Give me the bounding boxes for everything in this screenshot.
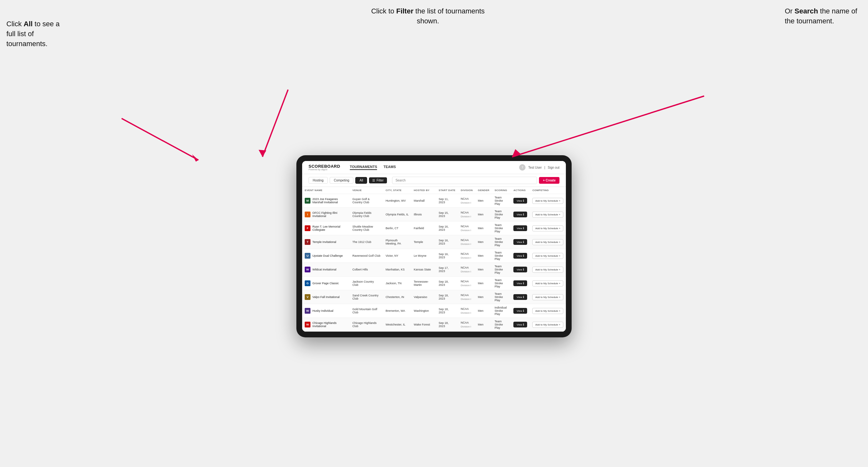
city-state: Westchester, IL xyxy=(383,318,411,332)
nav-user: T Test User | Sign out xyxy=(519,164,559,170)
scoring: TeamStroke Play xyxy=(492,318,511,332)
competing: Add to My Schedule + xyxy=(530,208,566,221)
col-competing: COMPETING xyxy=(530,187,566,194)
view-icon: ℹ xyxy=(523,309,524,312)
add-schedule-button[interactable]: Add to My Schedule + xyxy=(532,239,563,245)
actions: View ℹ xyxy=(511,208,530,221)
add-schedule-button[interactable]: Add to My Schedule + xyxy=(532,212,563,218)
view-button[interactable]: View ℹ xyxy=(514,253,527,259)
create-button[interactable]: + Create xyxy=(539,177,559,184)
col-division: DIVISION xyxy=(458,187,475,194)
scoring: TeamStroke Play xyxy=(492,208,511,221)
view-button[interactable]: View ℹ xyxy=(514,294,527,300)
add-schedule-button[interactable]: Add to My Schedule + xyxy=(532,253,563,259)
add-schedule-button[interactable]: Add to My Schedule + xyxy=(532,267,563,273)
annotation-right: Or Search the name of the tournament. xyxy=(785,6,862,26)
gender: Men xyxy=(475,221,492,235)
city-state: Chesterton, IN xyxy=(383,290,411,304)
nav-teams[interactable]: TEAMS xyxy=(383,165,396,170)
filter-button[interactable]: ☰ Filter xyxy=(369,177,386,183)
event-name: Husky Individual xyxy=(312,309,334,312)
view-button[interactable]: View ℹ xyxy=(514,308,527,314)
actions: View ℹ xyxy=(511,263,530,277)
event-name: Ryan T. Lee Memorial Collegiate xyxy=(312,225,347,231)
svg-line-0 xyxy=(122,118,198,160)
team-logo: T xyxy=(305,239,310,245)
add-schedule-button[interactable]: Add to My Schedule + xyxy=(532,294,563,300)
search-input[interactable] xyxy=(392,177,537,184)
competing: Add to My Schedule + xyxy=(530,235,566,249)
table-row: T Temple Invitational The 1912 ClubPlymo… xyxy=(302,235,566,249)
filter-label: Filter xyxy=(376,179,383,182)
hosted-by: Tennessee-Martin xyxy=(411,277,436,290)
scoring: TeamStroke Play xyxy=(492,290,511,304)
start-date: Sep 16, 2023 xyxy=(436,221,458,235)
event-name-cell: W Chicago Highlands Invitational xyxy=(302,318,350,332)
venue: Ravenwood Golf Club xyxy=(350,249,383,263)
venue: Shuttle Meadow Country Club xyxy=(350,221,383,235)
hosted-by: Valparaiso xyxy=(411,290,436,304)
city-state: Bremerton, WA xyxy=(383,304,411,318)
view-button[interactable]: View ℹ xyxy=(514,198,527,204)
team-logo: W xyxy=(305,308,310,314)
tournaments-table: EVENT NAME VENUE CITY, STATE HOSTED BY S… xyxy=(302,187,566,332)
city-state: Victor, NY xyxy=(383,249,411,263)
view-button[interactable]: View ℹ xyxy=(514,280,527,286)
add-schedule-button[interactable]: Add to My Schedule + xyxy=(532,322,563,328)
table-row: U Upstate Dual Challenge Ravenwood Golf … xyxy=(302,249,566,263)
tab-all[interactable]: All xyxy=(355,177,367,184)
logo-sub: Powered by clipp'd xyxy=(309,168,340,170)
col-scoring: SCORING xyxy=(492,187,511,194)
venue: Guyan Golf & Country Club xyxy=(350,194,383,208)
team-logo: I xyxy=(305,212,310,217)
tab-hosting[interactable]: Hosting xyxy=(309,177,328,184)
division: NCAADivision I xyxy=(458,235,475,249)
view-icon: ℹ xyxy=(523,213,524,216)
col-gender: GENDER xyxy=(475,187,492,194)
venue: Colbert Hills xyxy=(350,263,383,277)
event-name-cell: W Wildcat Invitational xyxy=(302,263,350,277)
nav-tournaments[interactable]: TOURNAMENTS xyxy=(350,165,377,170)
view-icon: ℹ xyxy=(523,268,524,271)
view-button[interactable]: View ℹ xyxy=(514,322,527,328)
add-schedule-button[interactable]: Add to My Schedule + xyxy=(532,198,563,204)
svg-marker-1 xyxy=(192,154,198,162)
actions: View ℹ xyxy=(511,290,530,304)
table-row: V Valpo Fall Invitational Sand Creek Cou… xyxy=(302,290,566,304)
gender: Men xyxy=(475,304,492,318)
team-logo: F xyxy=(305,225,310,231)
add-schedule-button[interactable]: Add to My Schedule + xyxy=(532,225,563,231)
scoring: TeamStroke Play xyxy=(492,221,511,235)
division: NCAADivision I xyxy=(458,221,475,235)
start-date: Sep 18, 2023 xyxy=(436,290,458,304)
gender: Men xyxy=(475,290,492,304)
city-state: Jackson, TN xyxy=(383,277,411,290)
competing: Add to My Schedule + xyxy=(530,304,566,318)
sign-out-link[interactable]: Sign out xyxy=(548,166,559,169)
avatar: T xyxy=(519,164,526,170)
division: NCAADivision I xyxy=(458,208,475,221)
view-icon: ℹ xyxy=(523,227,524,230)
view-button[interactable]: View ℹ xyxy=(514,225,527,231)
add-schedule-button[interactable]: Add to My Schedule + xyxy=(532,308,563,314)
scoring: TeamStroke Play xyxy=(492,235,511,249)
start-date: Sep 17, 2023 xyxy=(436,263,458,277)
table-row: F Ryan T. Lee Memorial Collegiate Shuttl… xyxy=(302,221,566,235)
tab-competing[interactable]: Competing xyxy=(330,177,353,184)
add-schedule-button[interactable]: Add to My Schedule + xyxy=(532,280,563,286)
event-name-cell: G Grover Page Classic xyxy=(302,277,350,290)
table-row: W Wildcat Invitational Colbert HillsManh… xyxy=(302,263,566,277)
view-button[interactable]: View ℹ xyxy=(514,267,527,272)
competing: Add to My Schedule + xyxy=(530,194,566,208)
search-box xyxy=(392,177,537,184)
table-row: G Grover Page Classic Jackson Country Cl… xyxy=(302,277,566,290)
view-button[interactable]: View ℹ xyxy=(514,212,527,217)
view-button[interactable]: View ℹ xyxy=(514,239,527,245)
competing: Add to My Schedule + xyxy=(530,277,566,290)
division: NCAADivision I xyxy=(458,277,475,290)
logo-text: SCOREBOARD xyxy=(309,164,340,168)
tablet-frame: SCOREBOARD Powered by clipp'd TOURNAMENT… xyxy=(297,155,571,337)
col-city-state: CITY, STATE xyxy=(383,187,411,194)
view-icon: ℹ xyxy=(523,323,524,326)
division: NCAADivision I xyxy=(458,194,475,208)
